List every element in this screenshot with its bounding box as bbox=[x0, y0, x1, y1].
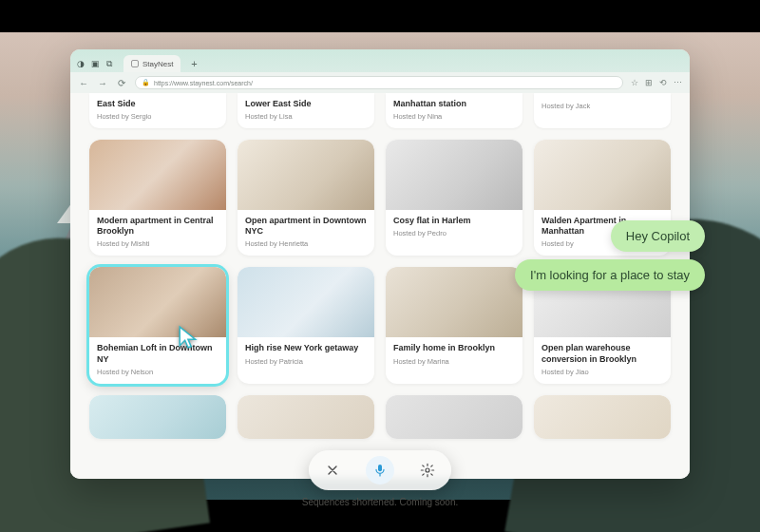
back-icon[interactable]: ← bbox=[78, 77, 89, 88]
listing-host: Hosted by Henrietta bbox=[245, 239, 367, 248]
url-text: https://www.staynest.com/search/ bbox=[154, 80, 253, 86]
listing-card[interactable]: Cosy flat in HarlemHosted by Pedro bbox=[386, 140, 522, 256]
listing-card[interactable]: Family home in BrooklynHosted by Marina bbox=[386, 267, 522, 384]
listing-title: Manhattan station bbox=[393, 99, 515, 109]
listing-card[interactable]: East Side Hosted by Sergio bbox=[89, 93, 226, 128]
favorite-icon[interactable]: ☆ bbox=[631, 78, 638, 87]
listing-host: Hosted by Nina bbox=[393, 112, 515, 121]
listing-title: Open plan warehouse conversion in Brookl… bbox=[542, 343, 663, 365]
listing-card[interactable] bbox=[386, 395, 522, 439]
tabs-icon[interactable]: ⧉ bbox=[104, 59, 114, 68]
listing-thumbnail bbox=[238, 267, 374, 337]
listing-card[interactable]: Open apartment in Downtown NYCHosted by … bbox=[238, 140, 374, 256]
listing-thumbnail bbox=[238, 395, 374, 439]
listing-card[interactable]: Hosted by Jack bbox=[534, 93, 671, 128]
listing-card[interactable] bbox=[238, 395, 374, 439]
copilot-bubble: Hey Copilot bbox=[611, 220, 705, 252]
listing-thumbnail bbox=[238, 140, 374, 210]
url-input[interactable]: 🔒 https://www.staynest.com/search/ bbox=[135, 76, 623, 89]
listing-title: Lower East Side bbox=[245, 99, 367, 109]
listing-host: Hosted by Jack bbox=[542, 102, 663, 110]
listing-thumbnail bbox=[89, 267, 226, 337]
sync-icon[interactable]: ⟲ bbox=[659, 78, 667, 87]
letterbox-top bbox=[0, 0, 760, 32]
tab-staynest[interactable]: StayNest bbox=[124, 55, 180, 72]
edge-icon: ◑ bbox=[76, 59, 86, 68]
listing-thumbnail bbox=[386, 395, 522, 439]
listing-title: Open apartment in Downtown NYC bbox=[245, 216, 367, 238]
listing-thumbnail bbox=[89, 140, 226, 210]
listing-thumbnail bbox=[386, 267, 522, 337]
browser-tabbar: ◑ ▣ ⧉ StayNest + bbox=[70, 49, 690, 72]
listing-title: High rise New York getaway bbox=[245, 343, 367, 353]
listing-host: Hosted by Pedro bbox=[393, 229, 515, 238]
listing-title: Modern apartment in Central Brooklyn bbox=[97, 216, 218, 238]
refresh-icon[interactable]: ⟳ bbox=[116, 77, 127, 88]
listing-host: Hosted by Sergio bbox=[97, 112, 218, 121]
menu-icon[interactable]: ⋯ bbox=[674, 78, 682, 87]
listing-host: Hosted by Patricia bbox=[245, 357, 367, 366]
listing-host: Hosted by Mishti bbox=[97, 239, 218, 248]
listing-title: Family home in Brooklyn bbox=[393, 343, 515, 353]
tab-title: StayNest bbox=[142, 60, 173, 68]
listing-card[interactable] bbox=[89, 395, 226, 439]
listing-card[interactable]: High rise New York getawayHosted by Patr… bbox=[238, 267, 374, 384]
listing-host: Hosted by Lisa bbox=[245, 112, 367, 121]
browser-addressbar: ← → ⟳ 🔒 https://www.staynest.com/search/… bbox=[70, 72, 690, 93]
caption-text: Sequences shortened. Coming soon. bbox=[0, 472, 760, 483]
listing-card[interactable]: Bohemian Loft in Downtown NYHosted by Ne… bbox=[89, 267, 226, 384]
new-tab-button[interactable]: + bbox=[186, 56, 201, 71]
listing-title: Cosy flat in Harlem bbox=[393, 216, 515, 226]
desktop-wallpaper: ◑ ▣ ⧉ StayNest + ← → ⟳ 🔒 https://www.sta… bbox=[0, 0, 760, 532]
favicon-icon bbox=[131, 60, 139, 67]
listing-thumbnail bbox=[534, 140, 671, 210]
listing-title: East Side bbox=[97, 99, 218, 109]
listing-card[interactable] bbox=[534, 395, 671, 439]
listing-host: Hosted by Nelson bbox=[97, 368, 218, 376]
extensions-icon[interactable]: ⊞ bbox=[645, 78, 653, 87]
listing-row-partial-bottom bbox=[89, 395, 671, 439]
copilot-bubbles: Hey Copilot I'm looking for a place to s… bbox=[515, 220, 705, 291]
listing-title: Bohemian Loft in Downtown NY bbox=[97, 343, 218, 365]
svg-rect-0 bbox=[378, 465, 382, 471]
listing-row-partial-top: East Side Hosted by Sergio Lower East Si… bbox=[89, 93, 671, 128]
listing-thumbnail bbox=[534, 395, 671, 439]
listing-host: Hosted by Marina bbox=[393, 357, 515, 366]
forward-icon[interactable]: → bbox=[97, 77, 108, 88]
workspace-icon[interactable]: ▣ bbox=[90, 59, 100, 68]
copilot-bubble: I'm looking for a place to stay bbox=[515, 259, 705, 291]
listing-card[interactable]: Manhattan station Hosted by Nina bbox=[386, 93, 522, 128]
listing-thumbnail bbox=[89, 395, 226, 439]
listing-thumbnail bbox=[386, 140, 522, 210]
voice-control-bar bbox=[309, 450, 451, 490]
listing-host: Hosted by Jiao bbox=[542, 368, 663, 376]
listing-card[interactable]: Modern apartment in Central BrooklynHost… bbox=[89, 140, 226, 256]
listing-card[interactable]: Lower East Side Hosted by Lisa bbox=[238, 93, 374, 128]
